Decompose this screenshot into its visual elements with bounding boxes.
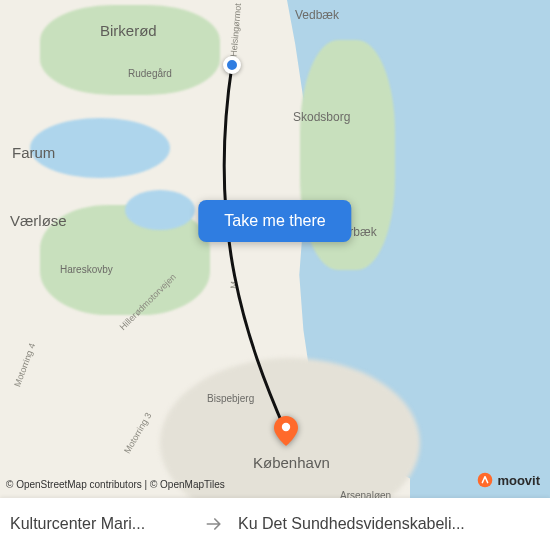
arrow-right-icon [200, 514, 228, 534]
lake [30, 118, 170, 178]
map-attribution: © OpenStreetMap contributors | © OpenMap… [6, 479, 225, 490]
road-label: M [228, 281, 239, 289]
take-me-there-button[interactable]: Take me there [198, 200, 351, 242]
osm-credit[interactable]: © OpenStreetMap contributors [6, 479, 142, 490]
map-container[interactable]: VedbækBirkerødRudegårdSkodsborgFarumVærl… [0, 0, 550, 550]
svg-point-1 [478, 473, 493, 488]
moovit-badge[interactable]: moovit [477, 472, 540, 488]
lake [125, 190, 195, 230]
route-origin-label: Kulturcenter Mari... [0, 515, 200, 533]
omt-credit[interactable]: © OpenMapTiles [150, 479, 225, 490]
moovit-icon [477, 472, 493, 488]
origin-marker[interactable] [223, 56, 241, 74]
route-footer: Kulturcenter Mari... Ku Det Sundhedsvide… [0, 498, 550, 550]
destination-marker[interactable] [274, 416, 298, 440]
moovit-label: moovit [497, 473, 540, 488]
forest-area [40, 5, 220, 95]
svg-point-0 [282, 423, 290, 431]
place-label: Vedbæk [295, 8, 339, 22]
pin-icon [274, 416, 298, 446]
route-dest-label: Ku Det Sundhedsvidenskabeli... [228, 515, 550, 533]
